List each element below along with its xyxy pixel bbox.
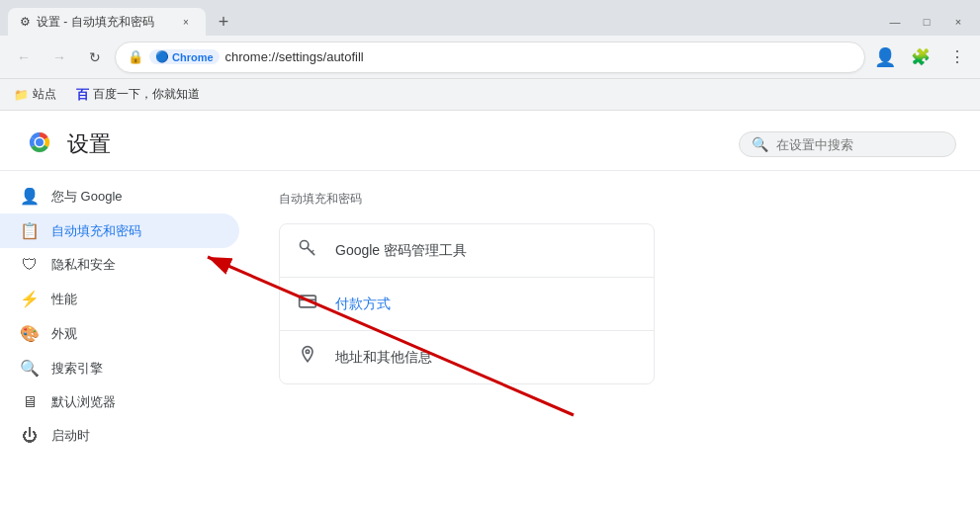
search-input[interactable] [776,137,943,152]
back-icon: ← [17,49,31,65]
settings-header: 设置 🔍 [0,111,980,171]
menu-label-passwords: Google 密码管理工具 [335,242,467,260]
sidebar-label-privacy: 隐私和安全 [51,256,116,274]
sidebar-label-default-browser: 默认浏览器 [51,393,116,411]
baidu-icon: 百 [76,86,89,104]
folder-icon: 📁 [14,88,29,102]
appearance-icon: 🎨 [20,324,40,343]
sidebar-item-appearance[interactable]: 🎨 外观 [0,316,239,351]
address-bar[interactable]: 🔒 🔵 Chrome chrome://settings/autofill [115,42,865,73]
sidebar-label-search: 搜索引擎 [51,360,103,378]
search-icon: 🔍 [752,136,768,152]
menu-button[interactable]: ⋮ [940,42,972,73]
tab-close-button[interactable]: × [178,14,194,30]
address-url: chrome://settings/autofill [225,49,364,64]
sidebar-label-autofill: 自动填充和密码 [51,222,141,240]
minimize-button[interactable]: — [881,12,909,32]
sidebar-label-performance: 性能 [51,291,77,308]
default-browser-icon: 🖥 [20,393,40,411]
sidebar-label-startup: 启动时 [51,427,90,445]
sidebar-item-default-browser[interactable]: 🖥 默认浏览器 [0,385,239,419]
page-title: 设置 [67,129,111,159]
menu-item-address[interactable]: 地址和其他信息 [280,331,654,383]
chrome-badge-text: Chrome [172,51,214,63]
card-icon [296,292,319,316]
chrome-badge: 🔵 Chrome [149,49,220,64]
new-tab-button[interactable]: + [210,8,237,36]
title-bar: ⚙ 设置 - 自动填充和密码 × + — □ × [0,0,980,36]
autofill-menu-card: Google 密码管理工具 付款方式 [279,223,655,384]
sidebar-label-google: 您与 Google [51,188,123,206]
tab-list: ⚙ 设置 - 自动填充和密码 × + [8,8,237,36]
toolbar: ← → ↻ 🔒 🔵 Chrome chrome://settings/autof… [0,36,980,79]
active-tab[interactable]: ⚙ 设置 - 自动填充和密码 × [8,8,206,36]
svg-point-3 [36,138,44,146]
tab-title: 设置 - 自动填充和密码 [37,14,172,31]
settings-search-box[interactable]: 🔍 [739,131,956,157]
sidebar-item-startup[interactable]: ⏻ 启动时 [0,419,239,453]
bookmark-sites-label: 站点 [33,86,56,103]
bookmark-baidu[interactable]: 百 百度一下，你就知道 [70,84,206,106]
key-icon [296,238,319,263]
sidebar-item-autofill[interactable]: 📋 自动填充和密码 [0,213,239,248]
settings-main: 自动填充和密码 Google 密码管理工具 [247,171,980,508]
profile-button[interactable]: 👤 [869,42,901,73]
search-engine-icon: 🔍 [20,359,40,378]
section-title: 自动填充和密码 [279,191,948,212]
extensions-button[interactable]: 🧩 [905,42,936,73]
chrome-logo [24,127,55,162]
reload-icon: ↻ [89,49,101,65]
window-controls: — □ × [881,12,980,36]
svg-line-6 [312,251,313,253]
startup-icon: ⏻ [20,427,40,445]
sidebar-item-performance[interactable]: ⚡ 性能 [0,282,239,316]
forward-icon: → [52,49,66,65]
maximize-button[interactable]: □ [913,12,940,32]
bookmarks-bar: 📁 站点 百 百度一下，你就知道 [0,79,980,111]
forward-button[interactable]: → [44,42,75,73]
sidebar-item-search[interactable]: 🔍 搜索引擎 [0,351,239,385]
menu-item-payment[interactable]: 付款方式 [280,278,654,331]
autofill-icon: 📋 [20,221,40,240]
settings-sidebar: 👤 您与 Google 📋 自动填充和密码 🛡 隐私和安全 ⚡ 性能 [0,171,247,508]
shield-icon: 🛡 [20,256,40,274]
location-icon [296,345,319,370]
menu-label-payment: 付款方式 [335,296,391,313]
performance-icon: ⚡ [20,290,40,308]
bookmark-baidu-label: 百度一下，你就知道 [93,86,200,103]
menu-item-passwords[interactable]: Google 密码管理工具 [280,224,654,278]
svg-rect-7 [300,296,316,307]
back-button[interactable]: ← [8,42,40,73]
settings-title-area: 设置 [24,127,111,162]
sidebar-item-privacy[interactable]: 🛡 隐私和安全 [0,248,239,282]
tab-settings-icon: ⚙ [20,15,31,29]
svg-point-9 [306,350,309,353]
page-content: 设置 🔍 👤 您与 Google 📋 自动填充和密码 [0,111,980,508]
sidebar-item-google[interactable]: 👤 您与 Google [0,179,239,213]
chrome-badge-icon: 🔵 [155,50,169,63]
bookmark-sites[interactable]: 📁 站点 [8,84,62,105]
settings-page: 👤 您与 Google 📋 自动填充和密码 🛡 隐私和安全 ⚡ 性能 [0,171,980,508]
lock-icon: 🔒 [128,49,143,64]
person-icon: 👤 [20,187,40,206]
close-window-button[interactable]: × [944,12,972,32]
reload-button[interactable]: ↻ [79,42,111,73]
menu-label-address: 地址和其他信息 [335,349,432,367]
sidebar-label-appearance: 外观 [51,325,77,343]
